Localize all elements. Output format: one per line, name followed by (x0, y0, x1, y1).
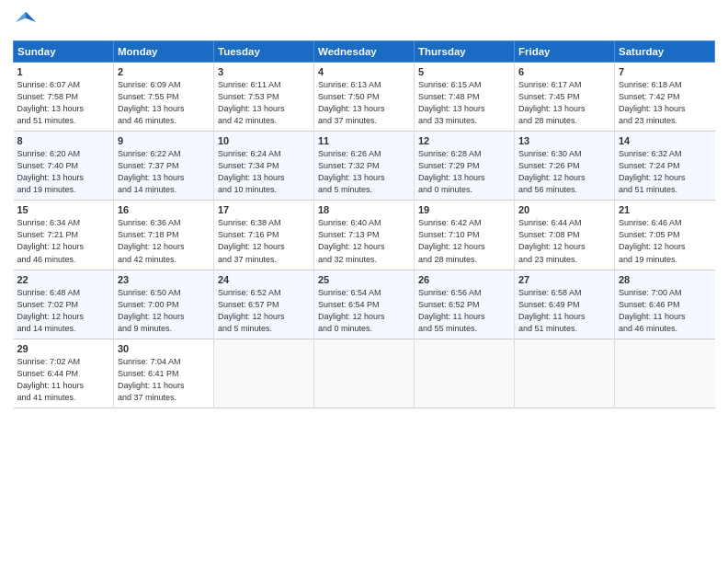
calendar-day-cell: 11Sunrise: 6:26 AM Sunset: 7:32 PM Dayli… (314, 132, 415, 201)
day-number: 16 (118, 204, 210, 215)
day-number: 23 (118, 274, 210, 285)
day-number: 30 (118, 343, 210, 354)
day-info: Sunrise: 6:50 AM Sunset: 7:00 PM Dayligh… (118, 287, 210, 335)
day-number: 5 (418, 66, 510, 77)
day-info: Sunrise: 6:07 AM Sunset: 7:58 PM Dayligh… (17, 79, 110, 127)
day-info: Sunrise: 6:44 AM Sunset: 7:08 PM Dayligh… (518, 217, 610, 265)
day-number: 15 (17, 204, 110, 215)
weekday-header: Wednesday (314, 41, 415, 63)
day-number: 27 (518, 274, 610, 285)
day-info: Sunrise: 6:09 AM Sunset: 7:55 PM Dayligh… (118, 79, 210, 127)
day-number: 18 (318, 204, 410, 215)
day-number: 19 (418, 204, 510, 215)
weekday-header: Monday (114, 41, 214, 63)
weekday-header: Friday (515, 41, 615, 63)
day-info: Sunrise: 6:34 AM Sunset: 7:21 PM Dayligh… (17, 217, 110, 265)
calendar-day-cell (314, 339, 415, 408)
calendar-day-cell: 27Sunrise: 6:58 AM Sunset: 6:49 PM Dayli… (515, 270, 615, 339)
day-number: 8 (17, 135, 110, 146)
calendar-day-cell: 22Sunrise: 6:48 AM Sunset: 7:02 PM Dayli… (14, 270, 114, 339)
calendar-day-cell: 6Sunrise: 6:17 AM Sunset: 7:45 PM Daylig… (515, 63, 615, 132)
calendar-day-cell (515, 339, 615, 408)
calendar-week-row: 22Sunrise: 6:48 AM Sunset: 7:02 PM Dayli… (14, 270, 715, 339)
calendar-day-cell: 21Sunrise: 6:46 AM Sunset: 7:05 PM Dayli… (615, 201, 715, 270)
calendar-day-cell: 13Sunrise: 6:30 AM Sunset: 7:26 PM Dayli… (515, 132, 615, 201)
day-info: Sunrise: 6:54 AM Sunset: 6:54 PM Dayligh… (318, 287, 410, 335)
calendar-day-cell: 18Sunrise: 6:40 AM Sunset: 7:13 PM Dayli… (314, 201, 415, 270)
day-number: 17 (218, 204, 310, 215)
calendar-day-cell: 19Sunrise: 6:42 AM Sunset: 7:10 PM Dayli… (415, 201, 515, 270)
day-info: Sunrise: 6:18 AM Sunset: 7:42 PM Dayligh… (619, 79, 711, 127)
day-number: 21 (619, 204, 711, 215)
day-info: Sunrise: 6:17 AM Sunset: 7:45 PM Dayligh… (518, 79, 610, 127)
day-info: Sunrise: 6:15 AM Sunset: 7:48 PM Dayligh… (418, 79, 510, 127)
calendar-day-cell: 28Sunrise: 7:00 AM Sunset: 6:46 PM Dayli… (615, 270, 715, 339)
calendar-day-cell: 15Sunrise: 6:34 AM Sunset: 7:21 PM Dayli… (14, 201, 114, 270)
day-info: Sunrise: 6:40 AM Sunset: 7:13 PM Dayligh… (318, 217, 410, 265)
day-number: 20 (518, 204, 610, 215)
calendar-day-cell: 23Sunrise: 6:50 AM Sunset: 7:00 PM Dayli… (114, 270, 214, 339)
calendar-day-cell: 20Sunrise: 6:44 AM Sunset: 7:08 PM Dayli… (515, 201, 615, 270)
calendar-day-cell: 17Sunrise: 6:38 AM Sunset: 7:16 PM Dayli… (214, 201, 314, 270)
calendar-week-row: 29Sunrise: 7:02 AM Sunset: 6:44 PM Dayli… (14, 339, 715, 408)
day-number: 3 (218, 66, 310, 77)
calendar-day-cell: 7Sunrise: 6:18 AM Sunset: 7:42 PM Daylig… (615, 63, 715, 132)
day-info: Sunrise: 7:02 AM Sunset: 6:44 PM Dayligh… (17, 356, 110, 404)
calendar-day-cell: 8Sunrise: 6:20 AM Sunset: 7:40 PM Daylig… (14, 132, 114, 201)
day-info: Sunrise: 7:04 AM Sunset: 6:41 PM Dayligh… (118, 356, 210, 404)
day-number: 11 (318, 135, 410, 146)
day-info: Sunrise: 6:28 AM Sunset: 7:29 PM Dayligh… (418, 148, 510, 196)
calendar-day-cell: 16Sunrise: 6:36 AM Sunset: 7:18 PM Dayli… (114, 201, 214, 270)
calendar-day-cell (415, 339, 515, 408)
calendar-day-cell: 26Sunrise: 6:56 AM Sunset: 6:52 PM Dayli… (415, 270, 515, 339)
day-info: Sunrise: 7:00 AM Sunset: 6:46 PM Dayligh… (619, 287, 711, 335)
calendar-table: SundayMondayTuesdayWednesdayThursdayFrid… (13, 40, 715, 408)
logo (13, 9, 42, 35)
calendar-day-cell: 2Sunrise: 6:09 AM Sunset: 7:55 PM Daylig… (114, 63, 214, 132)
day-info: Sunrise: 6:26 AM Sunset: 7:32 PM Dayligh… (318, 148, 410, 196)
day-number: 29 (17, 343, 110, 354)
day-info: Sunrise: 6:20 AM Sunset: 7:40 PM Dayligh… (17, 148, 110, 196)
day-info: Sunrise: 6:48 AM Sunset: 7:02 PM Dayligh… (17, 287, 110, 335)
calendar-day-cell: 9Sunrise: 6:22 AM Sunset: 7:37 PM Daylig… (114, 132, 214, 201)
day-number: 22 (17, 274, 110, 285)
day-info: Sunrise: 6:32 AM Sunset: 7:24 PM Dayligh… (619, 148, 711, 196)
day-info: Sunrise: 6:30 AM Sunset: 7:26 PM Dayligh… (518, 148, 610, 196)
day-number: 28 (619, 274, 711, 285)
day-number: 25 (318, 274, 410, 285)
calendar-header (13, 9, 715, 35)
calendar-day-cell: 14Sunrise: 6:32 AM Sunset: 7:24 PM Dayli… (615, 132, 715, 201)
svg-marker-0 (26, 12, 36, 22)
day-info: Sunrise: 6:46 AM Sunset: 7:05 PM Dayligh… (619, 217, 711, 265)
day-info: Sunrise: 6:58 AM Sunset: 6:49 PM Dayligh… (518, 287, 610, 335)
calendar-day-cell: 4Sunrise: 6:13 AM Sunset: 7:50 PM Daylig… (314, 63, 415, 132)
calendar-day-cell: 29Sunrise: 7:02 AM Sunset: 6:44 PM Dayli… (14, 339, 114, 408)
calendar-week-row: 8Sunrise: 6:20 AM Sunset: 7:40 PM Daylig… (14, 132, 715, 201)
calendar-day-cell: 25Sunrise: 6:54 AM Sunset: 6:54 PM Dayli… (314, 270, 415, 339)
calendar-day-cell: 5Sunrise: 6:15 AM Sunset: 7:48 PM Daylig… (415, 63, 515, 132)
calendar-day-cell: 24Sunrise: 6:52 AM Sunset: 6:57 PM Dayli… (214, 270, 314, 339)
day-info: Sunrise: 6:56 AM Sunset: 6:52 PM Dayligh… (418, 287, 510, 335)
calendar-day-cell (214, 339, 314, 408)
day-number: 4 (318, 66, 410, 77)
day-info: Sunrise: 6:38 AM Sunset: 7:16 PM Dayligh… (218, 217, 310, 265)
day-number: 1 (17, 66, 110, 77)
calendar-day-cell: 3Sunrise: 6:11 AM Sunset: 7:53 PM Daylig… (214, 63, 314, 132)
day-number: 14 (619, 135, 711, 146)
day-number: 6 (518, 66, 610, 77)
day-info: Sunrise: 6:52 AM Sunset: 6:57 PM Dayligh… (218, 287, 310, 335)
calendar-day-cell (615, 339, 715, 408)
calendar-day-cell: 1Sunrise: 6:07 AM Sunset: 7:58 PM Daylig… (14, 63, 114, 132)
calendar-week-row: 1Sunrise: 6:07 AM Sunset: 7:58 PM Daylig… (14, 63, 715, 132)
weekday-header: Thursday (415, 41, 515, 63)
day-number: 10 (218, 135, 310, 146)
day-info: Sunrise: 6:24 AM Sunset: 7:34 PM Dayligh… (218, 148, 310, 196)
day-number: 13 (518, 135, 610, 146)
day-info: Sunrise: 6:36 AM Sunset: 7:18 PM Dayligh… (118, 217, 210, 265)
weekday-header: Saturday (615, 41, 715, 63)
day-number: 9 (118, 135, 210, 146)
day-info: Sunrise: 6:22 AM Sunset: 7:37 PM Dayligh… (118, 148, 210, 196)
logo-icon (13, 9, 39, 35)
day-info: Sunrise: 6:13 AM Sunset: 7:50 PM Dayligh… (318, 79, 410, 127)
weekday-header: Sunday (14, 41, 114, 63)
